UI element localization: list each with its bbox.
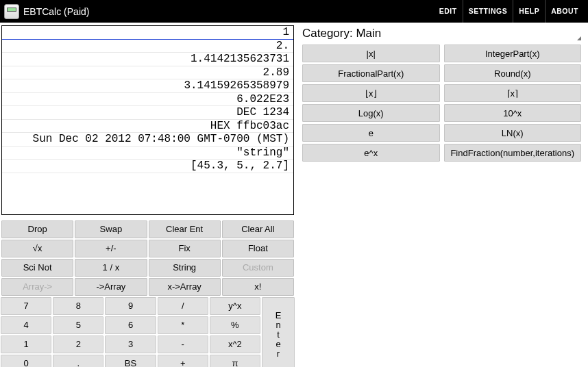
swap-button[interactable]: Swap — [75, 220, 147, 238]
key-1[interactable]: 1 — [1, 336, 51, 353]
keypad: 7 8 9 / y^x 4 5 6 * % 1 2 3 - x^2 0 . BS… — [0, 296, 295, 368]
x-to-array-button[interactable]: x->Array — [149, 278, 221, 296]
clear-ent-button[interactable]: Clear Ent — [149, 220, 221, 238]
key-backspace[interactable]: BS — [105, 355, 156, 368]
string-button[interactable]: String — [149, 259, 221, 277]
key-power[interactable]: y^x — [210, 297, 260, 315]
stack-line: 2.89 — [2, 66, 293, 80]
array-out-button: Array-> — [1, 278, 73, 296]
float-button[interactable]: Float — [222, 240, 294, 257]
sqrt-button[interactable]: √x — [1, 240, 73, 257]
key-minus[interactable]: - — [158, 336, 208, 353]
key-multiply[interactable]: * — [158, 316, 208, 334]
tenpow-button[interactable]: 10^x — [444, 104, 582, 122]
key-7[interactable]: 7 — [1, 297, 51, 315]
key-divide[interactable]: / — [158, 297, 208, 315]
stack-line: 3.14159265358979 — [2, 79, 293, 93]
stack-line: HEX ffbc03ac — [2, 120, 293, 134]
key-2[interactable]: 2 — [53, 336, 103, 353]
key-percent[interactable]: % — [210, 316, 260, 334]
fractionalpart-button[interactable]: FractionalPart(x) — [302, 64, 440, 82]
key-5[interactable]: 5 — [53, 316, 103, 334]
custom-button: Custom — [222, 259, 294, 277]
key-pi[interactable]: π — [210, 355, 260, 368]
abs-button[interactable]: |x| — [302, 45, 440, 62]
round-button[interactable]: Round(x) — [444, 64, 582, 82]
key-9[interactable]: 9 — [105, 297, 156, 315]
stack-display: 1 2. 1.4142135623731 2.89 3.141592653589… — [1, 25, 294, 215]
to-array-button[interactable]: ->Array — [75, 278, 147, 296]
key-4[interactable]: 4 — [1, 316, 51, 334]
drop-button[interactable]: Drop — [1, 220, 73, 238]
key-square[interactable]: x^2 — [210, 336, 260, 353]
key-enter-label: E n t e r — [275, 311, 282, 359]
key-6[interactable]: 6 — [105, 316, 156, 334]
stack-line: 1.4142135623731 — [2, 53, 293, 66]
app-title: EBTCalc (Paid) — [23, 6, 89, 17]
clear-all-button[interactable]: Clear All — [222, 220, 294, 238]
stack-line: DEC 1234 — [2, 106, 293, 120]
key-enter[interactable]: E n t e r — [262, 297, 295, 368]
key-plus[interactable]: + — [158, 355, 208, 368]
func-pad: Drop Swap Clear Ent Clear All √x +/- Fix… — [0, 219, 295, 296]
e-button[interactable]: e — [302, 124, 440, 142]
fix-button[interactable]: Fix — [149, 240, 221, 257]
negate-button[interactable]: +/- — [75, 240, 147, 257]
key-0[interactable]: 0 — [1, 355, 51, 368]
menu-about[interactable]: ABOUT — [545, 0, 584, 23]
stack-line: [45.3, 5., 2.7] — [2, 160, 293, 173]
topbar: EBTCalc (Paid) EDIT SETTINGS HELP ABOUT — [0, 0, 588, 23]
factorial-button[interactable]: x! — [222, 278, 294, 296]
menu-edit[interactable]: EDIT — [434, 0, 463, 23]
key-3[interactable]: 3 — [105, 336, 156, 353]
ceil-button[interactable]: ⌈x⌉ — [444, 84, 582, 102]
dropdown-icon — [577, 36, 581, 40]
epow-button[interactable]: e^x — [302, 144, 440, 162]
stack-line: Sun Dec 02 2012 07:48:00 GMT-0700 (MST) — [2, 133, 293, 147]
category-dropdown[interactable]: Category: Main — [298, 23, 585, 43]
stack-line: 1 — [2, 26, 293, 40]
stack-line: 6.022E23 — [2, 93, 293, 107]
app-icon — [4, 4, 19, 19]
menu-settings[interactable]: SETTINGS — [463, 0, 513, 23]
ln-button[interactable]: LN(x) — [444, 124, 582, 142]
category-grid: |x| IntegerPart(x) FractionalPart(x) Rou… — [298, 43, 585, 163]
scinot-button[interactable]: Sci Not — [1, 259, 73, 277]
stack-padding — [2, 173, 293, 214]
stack-line: 2. — [2, 40, 293, 53]
log-button[interactable]: Log(x) — [302, 104, 440, 122]
category-title: Category: Main — [302, 27, 381, 40]
findfraction-button[interactable]: FindFraction(number,iterations) — [444, 144, 582, 162]
menu-help[interactable]: HELP — [513, 0, 545, 23]
floor-button[interactable]: ⌊x⌋ — [302, 84, 440, 102]
key-8[interactable]: 8 — [53, 297, 103, 315]
integerpart-button[interactable]: IntegerPart(x) — [444, 45, 582, 62]
key-dot[interactable]: . — [53, 355, 103, 368]
reciprocal-button[interactable]: 1 / x — [75, 259, 147, 277]
stack-line: "string" — [2, 147, 293, 160]
